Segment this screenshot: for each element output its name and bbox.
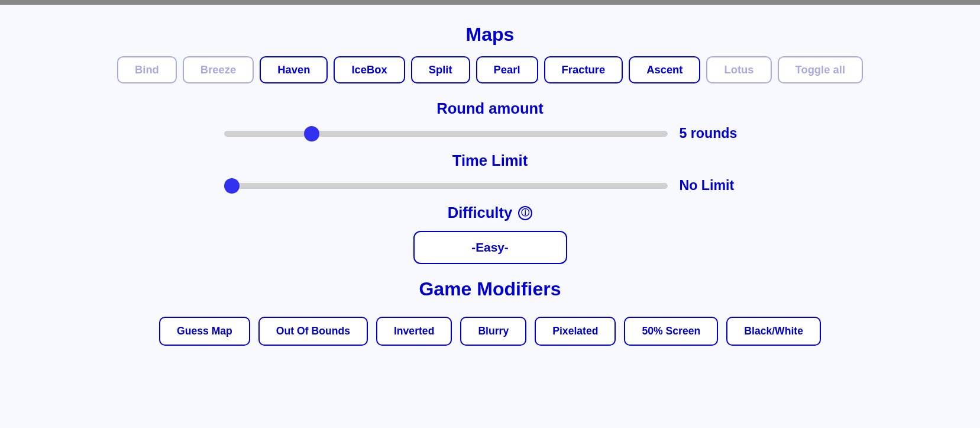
- time-limit-label: Time Limit: [452, 152, 528, 169]
- map-btn-split[interactable]: Split: [411, 56, 470, 83]
- map-btn-bind[interactable]: Bind: [117, 56, 177, 83]
- difficulty-section: Difficulty ⓘ -Easy-: [413, 204, 567, 264]
- round-amount-label: Round amount: [436, 100, 544, 117]
- modifier-btn-out-of-bounds[interactable]: Out Of Bounds: [258, 317, 368, 346]
- time-limit-section: Time Limit No Limit: [224, 152, 756, 194]
- time-limit-value: No Limit: [680, 178, 756, 194]
- map-btn-pearl[interactable]: Pearl: [476, 56, 538, 83]
- top-bar: [0, 0, 980, 5]
- time-limit-track: [224, 183, 668, 189]
- round-amount-value: 5 rounds: [680, 125, 756, 141]
- map-btn-lotus[interactable]: Lotus: [706, 56, 771, 83]
- modifier-btn-guess-map[interactable]: Guess Map: [159, 317, 250, 346]
- map-btn-fracture[interactable]: Fracture: [544, 56, 623, 83]
- map-btn-icebox[interactable]: IceBox: [334, 56, 405, 83]
- difficulty-info-icon[interactable]: ⓘ: [518, 206, 532, 220]
- modifier-btn-black/white[interactable]: Black/White: [726, 317, 821, 346]
- difficulty-label-text: Difficulty: [448, 204, 513, 221]
- game-modifiers-title: Game Modifiers: [419, 278, 561, 300]
- round-amount-thumb[interactable]: [304, 126, 319, 141]
- map-btn-breeze[interactable]: Breeze: [183, 56, 254, 83]
- map-btn-haven[interactable]: Haven: [260, 56, 328, 83]
- modifier-btn-pixelated[interactable]: Pixelated: [535, 317, 616, 346]
- modifiers-row: Guess MapOut Of BoundsInvertedBlurryPixe…: [159, 317, 821, 346]
- round-amount-section: Round amount 5 rounds: [224, 100, 756, 141]
- modifier-btn-blurry[interactable]: Blurry: [460, 317, 526, 346]
- difficulty-label: Difficulty ⓘ: [448, 204, 533, 221]
- round-amount-row: 5 rounds: [224, 125, 756, 141]
- map-btn-ascent[interactable]: Ascent: [629, 56, 700, 83]
- game-modifiers-section: Game Modifiers Guess MapOut Of BoundsInv…: [159, 278, 821, 346]
- modifier-btn-50pct-screen[interactable]: 50% Screen: [624, 317, 718, 346]
- maps-row: BindBreezeHavenIceBoxSplitPearlFractureA…: [117, 56, 863, 83]
- time-limit-thumb[interactable]: [224, 178, 240, 194]
- maps-title: Maps: [466, 24, 515, 46]
- modifier-btn-inverted[interactable]: Inverted: [376, 317, 452, 346]
- map-btn-toggle-all[interactable]: Toggle all: [778, 56, 863, 83]
- round-amount-track-container: [224, 128, 668, 139]
- round-amount-track: [224, 131, 668, 137]
- time-limit-row: No Limit: [224, 178, 756, 194]
- time-limit-track-container: [224, 181, 668, 191]
- difficulty-button[interactable]: -Easy-: [413, 231, 567, 264]
